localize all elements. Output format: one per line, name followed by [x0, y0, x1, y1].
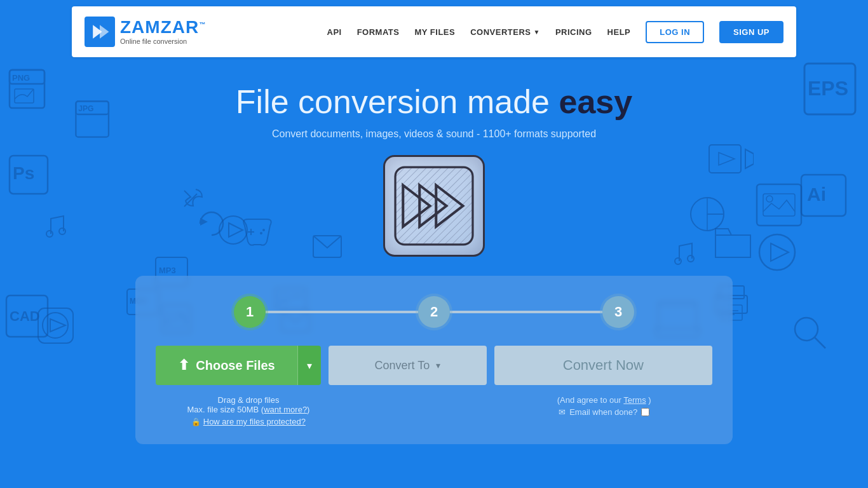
nav-pricing[interactable]: PRICING — [555, 27, 592, 37]
signup-button[interactable]: SIGN UP — [719, 21, 783, 43]
nav-my-files[interactable]: MY FILES — [414, 27, 455, 37]
step-1-label: 1 — [246, 304, 254, 320]
hero-content: File conversion made easy Convert docume… — [0, 70, 868, 444]
choose-files-button[interactable]: ⬆ Choose Files — [156, 346, 297, 385]
choose-files-wrap: ⬆ Choose Files ▾ — [156, 346, 321, 385]
step-2-label: 2 — [430, 304, 438, 320]
dropdown-chevron-icon: ▾ — [307, 360, 312, 371]
email-row: ✉ Email when done? — [496, 407, 712, 417]
brand-text: ZAMZAR™ Online file conversion — [120, 18, 206, 45]
info-left: Drag & drop files Max. file size 50MB (w… — [156, 395, 341, 426]
nav-converters-label: CONVERTERS — [470, 27, 531, 37]
choose-files-label: Choose Files — [196, 358, 275, 373]
nav-formats[interactable]: FORMATS — [357, 27, 400, 37]
brand-name-text: ZAMZAR — [120, 17, 199, 37]
info-row: Drag & drop files Max. file size 50MB (w… — [156, 395, 712, 426]
brand-name: ZAMZAR™ — [120, 18, 206, 36]
brand-tm: ™ — [199, 21, 206, 28]
info-right: (And agree to our Terms ) ✉ Email when d… — [496, 395, 712, 417]
brand-logo — [85, 17, 115, 47]
svg-marker-1 — [100, 25, 109, 39]
want-more-link[interactable]: want more? — [264, 405, 307, 414]
step-2: 2 — [418, 296, 450, 328]
hero-subtitle: Convert documents, images, videos & soun… — [0, 128, 868, 140]
protected-link[interactable]: How are my files protected? — [203, 417, 306, 426]
email-icon: ✉ — [559, 407, 566, 417]
navbar: ZAMZAR™ Online file conversion API FORMA… — [72, 6, 796, 57]
hero-title: File conversion made easy — [0, 83, 868, 121]
protected-row: 🔒 How are my files protected? — [156, 417, 341, 426]
terms-link[interactable]: Terms — [623, 395, 646, 405]
login-button[interactable]: LOG IN — [646, 21, 704, 43]
hero-section: PNG JPG Ps CAD — [0, 57, 868, 477]
agree-text: (And agree to our Terms ) — [496, 395, 712, 405]
center-logo — [383, 155, 485, 257]
convert-now-button[interactable]: Convert Now — [494, 346, 712, 385]
step-3: 3 — [602, 296, 634, 328]
upload-arrow-icon: ⬆ — [178, 357, 189, 374]
nav-converters[interactable]: CONVERTERS ▼ — [470, 27, 540, 37]
choose-files-dropdown-button[interactable]: ▾ — [297, 346, 321, 385]
email-checkbox[interactable] — [641, 408, 649, 416]
converters-dropdown-icon: ▼ — [534, 29, 540, 36]
converter-card: 1 2 3 ⬆ Choose Files — [135, 276, 733, 444]
nav-api[interactable]: API — [327, 27, 342, 37]
steps-row: 1 2 3 — [156, 296, 712, 328]
agree-close: ) — [648, 395, 651, 405]
email-label: Email when done? — [569, 407, 637, 417]
center-logo-svg — [393, 165, 475, 247]
max-size-label: Max. file size 50MB ( — [187, 405, 264, 414]
nav-help[interactable]: HELP — [607, 27, 631, 37]
step-line-2 — [450, 311, 602, 313]
brand-logo-link[interactable]: ZAMZAR™ Online file conversion — [85, 17, 206, 47]
agree-label: (And agree to our — [557, 395, 621, 405]
action-row: ⬆ Choose Files ▾ Convert To ▾ Convert No… — [156, 346, 712, 385]
drag-drop-text: Drag & drop files — [156, 395, 341, 405]
convert-to-label: Convert To — [374, 359, 430, 372]
brand-tagline: Online file conversion — [120, 37, 206, 45]
step-line-1 — [266, 311, 418, 313]
center-logo-wrap — [0, 155, 868, 257]
lock-icon: 🔒 — [191, 417, 201, 426]
convert-to-dropdown-icon: ▾ — [436, 360, 440, 370]
hero-title-regular: File conversion made — [236, 83, 550, 120]
step-1: 1 — [234, 296, 266, 328]
nav-links: API FORMATS MY FILES CONVERTERS ▼ PRICIN… — [327, 21, 784, 43]
close-paren: ) — [307, 405, 309, 414]
step-3-label: 3 — [614, 304, 622, 320]
convert-to-button[interactable]: Convert To ▾ — [329, 346, 487, 385]
hero-title-bold: easy — [559, 83, 633, 120]
max-size-text: Max. file size 50MB (want more?) — [156, 405, 341, 414]
convert-now-label: Convert Now — [563, 357, 644, 373]
